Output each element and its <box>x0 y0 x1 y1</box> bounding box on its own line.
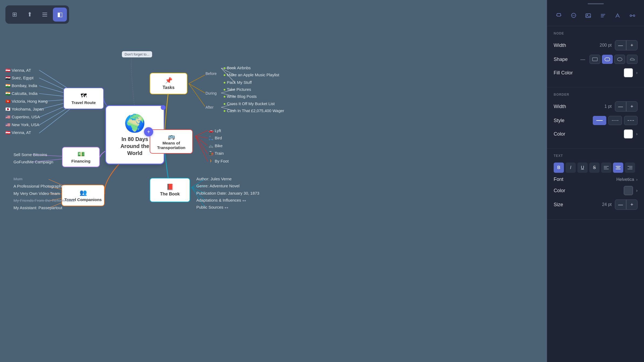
route-calcutta: 🇮🇳 Calcutta, India <box>5 91 37 96</box>
svg-point-56 <box>617 58 622 61</box>
fill-color-swatch[interactable] <box>624 68 633 77</box>
route-cupertino: 🇺🇸 Cupertino, USA <box>5 115 40 119</box>
text-color-arrow[interactable]: › <box>636 188 638 193</box>
panel-connect-icon-btn[interactable] <box>626 10 638 22</box>
connector-lines <box>0 0 547 362</box>
border-section: BORDER Width 1 pt — + Style <box>547 87 644 149</box>
text-section: TEXT B I U S Font Helvetica › <box>547 149 644 220</box>
width-label: Width <box>554 43 600 48</box>
transport-train: 🚂 Train <box>208 151 224 156</box>
fill-color-label: Fill Color <box>554 70 624 76</box>
border-width-stepper: — + <box>615 101 638 112</box>
underline-btn[interactable]: U <box>577 163 588 173</box>
financing-node[interactable]: 💵 Financing <box>62 147 100 167</box>
add-branch-btn[interactable]: + <box>144 127 153 136</box>
toolbar-export-btn[interactable]: ⬆ <box>23 8 37 22</box>
panel-format-icon-btn[interactable] <box>612 10 624 22</box>
align-left-btn[interactable] <box>601 163 611 173</box>
italic-btn[interactable]: I <box>566 163 576 173</box>
svg-rect-1 <box>42 14 47 15</box>
tasks-icon: 📌 <box>165 77 172 84</box>
route-vienna2: 🇦🇹 Vienna, AT <box>5 130 31 135</box>
toolbar: ⊞ ⬆ ◧ <box>5 5 69 24</box>
text-format-area: B I U S <box>554 163 638 173</box>
toolbar-layout-btn[interactable]: ◧ <box>53 8 67 22</box>
svg-point-52 <box>633 15 635 16</box>
financing-node-text: Financing <box>71 159 91 163</box>
width-value: 200 pt <box>600 43 612 48</box>
route-suez: 🇪🇬 Suez, Egypt <box>5 75 33 80</box>
drag-handle <box>588 3 604 4</box>
text-color-row: Color › <box>554 186 638 195</box>
panel-comment-icon-btn[interactable] <box>568 10 580 22</box>
tasks-node-text: Tasks <box>163 85 174 90</box>
border-width-label: Width <box>554 104 604 109</box>
node-section: NODE Width 200 pt — + Shape — <box>547 26 644 87</box>
book-icon: 📕 <box>166 184 174 191</box>
book-node[interactable]: 📕 The Book <box>150 178 190 202</box>
after-label: After <box>205 105 214 109</box>
task-bucket-list: ● Cross It Off My Bucket List <box>223 101 275 106</box>
width-decrease-btn[interactable]: — <box>615 40 626 50</box>
toolbar-list-btn[interactable] <box>38 8 52 22</box>
text-size-row: Size 24 pt — + <box>554 199 638 210</box>
route-hongkong: 🇭🇰 Victoria, Hong Kong <box>5 99 47 104</box>
transport-lyft: 🚗 Lyft <box>208 128 221 133</box>
border-dashed-btn[interactable] <box>624 116 638 125</box>
travel-route-node[interactable]: 🗺 Travel Route <box>63 88 104 109</box>
shape-rounded-btn[interactable] <box>602 55 613 64</box>
svg-point-44 <box>574 15 575 16</box>
panel-image-icon-btn[interactable] <box>582 10 594 22</box>
align-right-btn[interactable] <box>625 163 635 173</box>
shape-cloud-btn[interactable] <box>627 55 638 64</box>
font-arrow[interactable]: › <box>636 177 638 182</box>
companion-mum: Mum <box>13 177 22 181</box>
text-color-swatch[interactable] <box>624 186 633 195</box>
align-center-btn[interactable] <box>613 163 623 173</box>
font-row: Font Helvetica › <box>554 177 638 182</box>
border-color-arrow[interactable]: › <box>636 132 638 136</box>
border-color-label: Color <box>554 131 624 137</box>
text-color-label: Color <box>554 188 624 194</box>
travel-route-text: Travel Route <box>71 100 96 105</box>
task-book-airbnbs: ● Book Airbnbs <box>223 65 251 70</box>
panel-top-icons <box>547 6 644 26</box>
toolbar-grid-btn[interactable]: ⊞ <box>8 8 22 22</box>
shape-oval-btn[interactable] <box>614 55 625 64</box>
companion-photographer: A Professional Photographer <box>13 184 65 188</box>
font-label: Font <box>554 177 616 182</box>
task-blog-posts: ● Write Blog Posts <box>223 94 257 99</box>
task-music-playlist: ● Make an Apple Music Playlist <box>223 73 279 77</box>
node-section-label: NODE <box>554 32 638 35</box>
text-size-label: Size <box>554 202 602 208</box>
route-bombay: 🇮🇳 Bombay, India <box>5 83 37 88</box>
panel-node-icon-btn[interactable] <box>553 10 565 22</box>
transport-node[interactable]: 🚌 Means ofTransportation <box>150 129 193 154</box>
tasks-node[interactable]: 📌 Tasks <box>150 73 187 94</box>
border-width-increase-btn[interactable]: + <box>626 101 638 112</box>
companions-node[interactable]: 👥 Travel Companions <box>61 185 105 206</box>
tooltip-text: Don't forget to... <box>125 52 149 56</box>
border-color-row: Color › <box>554 129 638 139</box>
fill-color-arrow[interactable]: › <box>636 70 638 75</box>
bold-btn[interactable]: B <box>554 163 564 173</box>
svg-rect-0 <box>42 13 47 13</box>
shape-rect-btn[interactable] <box>590 55 600 64</box>
financing-icon: 💵 <box>77 151 85 158</box>
strikethrough-btn[interactable]: S <box>589 163 600 173</box>
width-increase-btn[interactable]: + <box>626 40 638 50</box>
panel-text-icon-btn[interactable] <box>597 10 609 22</box>
border-solid-btn[interactable] <box>593 116 606 125</box>
border-color-swatch[interactable] <box>624 129 633 139</box>
border-width-decrease-btn[interactable]: — <box>615 101 626 112</box>
svg-rect-2 <box>42 16 47 16</box>
border-style-buttons <box>593 116 638 125</box>
svg-line-22 <box>191 187 205 207</box>
shape-label: Shape <box>554 57 570 62</box>
book-adaptations: Adaptations & Influences ●● <box>196 198 246 202</box>
right-panel: NODE Width 200 pt — + Shape — <box>547 0 644 362</box>
border-dotted-btn[interactable] <box>608 116 622 125</box>
companions-icon: 👥 <box>80 189 87 196</box>
text-size-decrease-btn[interactable]: — <box>615 199 626 210</box>
text-size-increase-btn[interactable]: + <box>626 199 638 210</box>
